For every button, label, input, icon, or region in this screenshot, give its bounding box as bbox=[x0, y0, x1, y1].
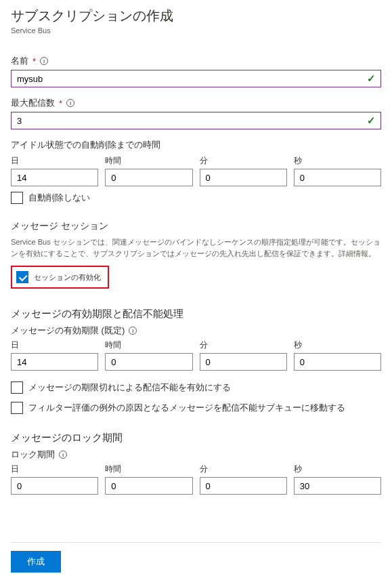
lock-hours-input[interactable] bbox=[105, 477, 192, 495]
lock-subheading: ロック期間 i bbox=[11, 449, 381, 461]
lock-heading: メッセージのロック期間 bbox=[11, 432, 381, 444]
ttl-subheading: メッセージの有効期限 (既定) i bbox=[11, 325, 381, 337]
auto-delete-heading: アイドル状態での自動削除までの時間 bbox=[11, 139, 381, 151]
hours-label: 時間 bbox=[105, 463, 192, 475]
days-label: 日 bbox=[11, 463, 98, 475]
auto-delete-hours-input[interactable] bbox=[105, 169, 192, 186]
seconds-label: 秒 bbox=[294, 155, 381, 167]
max-delivery-label: 最大配信数 * i bbox=[11, 97, 381, 109]
hours-label: 時間 bbox=[105, 339, 192, 351]
name-field-group: 名前 * i ✓ bbox=[11, 55, 381, 87]
lock-minutes-input[interactable] bbox=[200, 477, 287, 495]
auto-delete-minutes-input[interactable] bbox=[200, 169, 287, 186]
days-label: 日 bbox=[11, 339, 98, 351]
page-subtitle: Service Bus bbox=[11, 26, 381, 35]
name-input[interactable] bbox=[11, 70, 381, 87]
ttl-hours-input[interactable] bbox=[105, 353, 192, 371]
info-icon[interactable]: i bbox=[66, 99, 74, 107]
lock-time-row: 日 時間 分 秒 bbox=[11, 463, 381, 495]
auto-delete-days-input[interactable] bbox=[11, 169, 98, 186]
minutes-label: 分 bbox=[200, 463, 287, 475]
sessions-desc: Service Bus セッションでは、関連メッセージのバインドなしシーケンスの… bbox=[11, 236, 381, 259]
minutes-label: 分 bbox=[200, 155, 287, 167]
seconds-label: 秒 bbox=[294, 463, 381, 475]
minutes-label: 分 bbox=[200, 339, 287, 351]
enable-sessions-label: セッションの有効化 bbox=[34, 272, 101, 283]
dead-letter-expire-row: メッセージの期限切れによる配信不能を有効にする bbox=[11, 381, 381, 394]
info-icon[interactable]: i bbox=[59, 451, 67, 459]
check-icon: ✓ bbox=[367, 115, 376, 127]
ttl-minutes-input[interactable] bbox=[200, 353, 287, 371]
dead-letter-filter-label: フィルター評価の例外の原因となるメッセージを配信不能サブキューに移動する bbox=[28, 402, 345, 414]
info-icon[interactable]: i bbox=[129, 327, 137, 335]
required-asterisk: * bbox=[32, 56, 36, 66]
auto-delete-time-row: 日 時間 分 秒 bbox=[11, 155, 381, 186]
sessions-heading: メッセージ セッション bbox=[11, 220, 381, 232]
ttl-seconds-input[interactable] bbox=[294, 353, 381, 371]
required-asterisk: * bbox=[59, 98, 62, 108]
create-button[interactable]: 作成 bbox=[11, 551, 61, 573]
dead-letter-expire-checkbox[interactable] bbox=[11, 381, 23, 394]
sessions-highlight-box: セッションの有効化 bbox=[11, 266, 109, 289]
max-delivery-group: 最大配信数 * i ✓ bbox=[11, 97, 381, 129]
dead-letter-filter-checkbox[interactable] bbox=[11, 402, 23, 414]
no-auto-delete-label: 自動削除しない bbox=[28, 192, 90, 204]
info-icon[interactable]: i bbox=[40, 57, 48, 65]
enable-sessions-checkbox[interactable] bbox=[16, 271, 28, 283]
ttl-heading: メッセージの有効期限と配信不能処理 bbox=[11, 308, 381, 320]
dead-letter-filter-row: フィルター評価の例外の原因となるメッセージを配信不能サブキューに移動する bbox=[11, 402, 381, 414]
page-title: サブスクリプションの作成 bbox=[11, 7, 381, 25]
ttl-days-input[interactable] bbox=[11, 353, 98, 371]
check-icon: ✓ bbox=[367, 72, 376, 85]
lock-days-input[interactable] bbox=[11, 477, 98, 495]
name-label: 名前 * i bbox=[11, 55, 381, 67]
lock-seconds-input[interactable] bbox=[294, 477, 381, 495]
max-delivery-input[interactable] bbox=[11, 112, 381, 129]
dead-letter-expire-label: メッセージの期限切れによる配信不能を有効にする bbox=[28, 381, 231, 394]
hours-label: 時間 bbox=[105, 155, 192, 167]
ttl-time-row: 日 時間 分 秒 bbox=[11, 339, 381, 371]
days-label: 日 bbox=[11, 155, 98, 167]
no-auto-delete-row: 自動削除しない bbox=[11, 192, 381, 204]
no-auto-delete-checkbox[interactable] bbox=[11, 192, 23, 204]
seconds-label: 秒 bbox=[294, 339, 381, 351]
auto-delete-seconds-input[interactable] bbox=[294, 169, 381, 186]
footer-bar: 作成 bbox=[11, 542, 381, 573]
